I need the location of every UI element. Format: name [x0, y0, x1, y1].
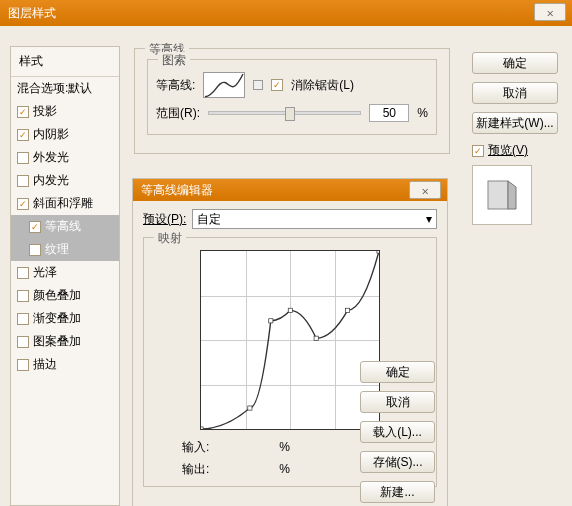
- svg-rect-7: [488, 181, 508, 209]
- editor-save-button[interactable]: 存储(S)...: [360, 451, 435, 473]
- ok-button[interactable]: 确定: [472, 52, 558, 74]
- chevron-down-icon: ▾: [426, 212, 432, 226]
- style-checkbox[interactable]: [17, 175, 29, 187]
- style-label: 内阴影: [33, 126, 69, 143]
- style-label: 投影: [33, 103, 57, 120]
- contour-label: 等高线:: [156, 77, 195, 94]
- styles-panel: 样式 混合选项:默认 投影内阴影外发光内发光斜面和浮雕等高线纹理光泽颜色叠加渐变…: [10, 46, 120, 506]
- svg-rect-5: [345, 308, 349, 312]
- style-item-1[interactable]: 内阴影: [11, 123, 119, 146]
- editor-ok-button[interactable]: 确定: [360, 361, 435, 383]
- style-checkbox[interactable]: [17, 313, 29, 325]
- input-value[interactable]: [219, 438, 269, 456]
- preset-select[interactable]: 自定▾: [192, 209, 437, 229]
- style-item-3[interactable]: 内发光: [11, 169, 119, 192]
- editor-cancel-button[interactable]: 取消: [360, 391, 435, 413]
- editor-new-button[interactable]: 新建...: [360, 481, 435, 503]
- style-checkbox[interactable]: [29, 221, 41, 233]
- range-unit: %: [417, 106, 428, 120]
- cancel-button[interactable]: 取消: [472, 82, 558, 104]
- style-label: 渐变叠加: [33, 310, 81, 327]
- style-label: 图案叠加: [33, 333, 81, 350]
- svg-rect-4: [314, 336, 318, 340]
- input-label: 输入:: [182, 439, 209, 456]
- curve-editor[interactable]: [200, 250, 380, 430]
- editor-load-button[interactable]: 载入(L)...: [360, 421, 435, 443]
- preview-label: 预览(V): [488, 142, 528, 159]
- style-item-7[interactable]: 光泽: [11, 261, 119, 284]
- style-checkbox[interactable]: [29, 244, 41, 256]
- style-label: 描边: [33, 356, 57, 373]
- range-slider[interactable]: [208, 111, 361, 115]
- preset-label: 预设(P):: [143, 211, 186, 228]
- close-icon[interactable]: ⨉: [534, 3, 566, 21]
- style-checkbox[interactable]: [17, 336, 29, 348]
- style-item-5[interactable]: 等高线: [11, 215, 119, 238]
- style-label: 内发光: [33, 172, 69, 189]
- output-label: 输出:: [182, 461, 209, 478]
- style-item-8[interactable]: 颜色叠加: [11, 284, 119, 307]
- style-label: 纹理: [45, 241, 69, 258]
- contour-fieldset: 等高线 图索 等高线: 消除锯齿(L) 范围(R): 50 %: [134, 48, 450, 154]
- style-item-9[interactable]: 渐变叠加: [11, 307, 119, 330]
- svg-rect-3: [288, 308, 292, 312]
- style-item-11[interactable]: 描边: [11, 353, 119, 376]
- contour-editor-window: 等高线编辑器 ⨉ 预设(P): 自定▾ 映射 输入: %: [132, 178, 448, 506]
- style-checkbox[interactable]: [17, 129, 29, 141]
- style-checkbox[interactable]: [17, 152, 29, 164]
- window-title: 图层样式: [8, 6, 56, 20]
- new-style-button[interactable]: 新建样式(W)...: [472, 112, 558, 134]
- svg-rect-0: [201, 427, 203, 429]
- antialias-checkbox[interactable]: [271, 79, 283, 91]
- preview-checkbox[interactable]: [472, 145, 484, 157]
- styles-header: 样式: [11, 47, 119, 77]
- style-checkbox[interactable]: [17, 198, 29, 210]
- style-label: 等高线: [45, 218, 81, 235]
- style-checkbox[interactable]: [17, 359, 29, 371]
- svg-rect-6: [377, 251, 379, 253]
- output-value[interactable]: [219, 460, 269, 478]
- editor-close-icon[interactable]: ⨉: [409, 181, 441, 199]
- blending-options[interactable]: 混合选项:默认: [11, 77, 119, 100]
- style-label: 斜面和浮雕: [33, 195, 93, 212]
- style-checkbox[interactable]: [17, 106, 29, 118]
- style-item-10[interactable]: 图案叠加: [11, 330, 119, 353]
- contour-dropdown-icon[interactable]: [253, 80, 263, 90]
- style-checkbox[interactable]: [17, 290, 29, 302]
- style-checkbox[interactable]: [17, 267, 29, 279]
- range-label: 范围(R):: [156, 105, 200, 122]
- svg-rect-2: [269, 319, 273, 323]
- input-unit: %: [279, 440, 290, 454]
- svg-rect-1: [248, 406, 252, 410]
- style-item-4[interactable]: 斜面和浮雕: [11, 192, 119, 215]
- contour-thumbnail[interactable]: [203, 72, 245, 98]
- right-buttons: 确定 取消 新建样式(W)... 预览(V): [472, 52, 562, 225]
- style-item-6[interactable]: 纹理: [11, 238, 119, 261]
- style-label: 外发光: [33, 149, 69, 166]
- range-input[interactable]: 50: [369, 104, 409, 122]
- editor-title: 等高线编辑器: [141, 183, 213, 197]
- style-label: 颜色叠加: [33, 287, 81, 304]
- output-unit: %: [279, 462, 290, 476]
- style-item-0[interactable]: 投影: [11, 100, 119, 123]
- window-titlebar: 图层样式 ⨉: [0, 0, 572, 26]
- preview-thumbnail: [472, 165, 532, 225]
- mapping-legend: 映射: [154, 230, 186, 247]
- antialias-label: 消除锯齿(L): [291, 77, 354, 94]
- style-item-2[interactable]: 外发光: [11, 146, 119, 169]
- contour-sublegend: 图索: [158, 52, 190, 69]
- style-label: 光泽: [33, 264, 57, 281]
